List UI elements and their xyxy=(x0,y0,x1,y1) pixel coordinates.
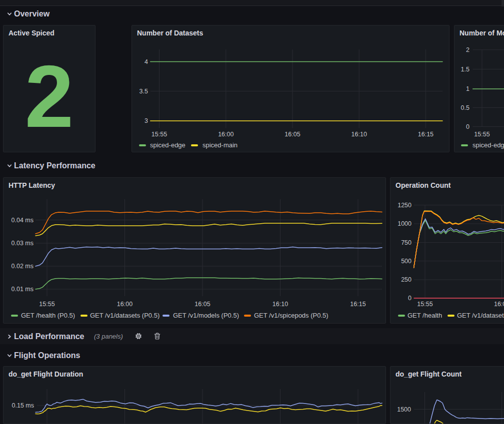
svg-text:16:05: 16:05 xyxy=(194,301,210,308)
svg-text:0.02 ms: 0.02 ms xyxy=(12,263,34,270)
svg-text:16:10: 16:10 xyxy=(272,301,288,308)
svg-text:15:55: 15:55 xyxy=(417,301,432,308)
svg-text:2: 2 xyxy=(466,46,470,53)
svg-text:GET /health: GET /health xyxy=(408,312,442,319)
svg-text:16:10: 16:10 xyxy=(352,131,367,138)
svg-text:GET /v1/datasets: GET /v1/datasets xyxy=(457,312,504,319)
svg-text:GET /v1/datasets (P0.5): GET /v1/datasets (P0.5) xyxy=(90,312,160,319)
svg-text:500: 500 xyxy=(401,258,412,265)
svg-text:3.5: 3.5 xyxy=(140,88,148,95)
svg-text:16:15: 16:15 xyxy=(418,131,434,138)
svg-text:1: 1 xyxy=(466,85,470,92)
svg-text:15:55: 15:55 xyxy=(39,301,54,308)
svg-text:0.04 ms: 0.04 ms xyxy=(12,217,34,224)
svg-text:0.15 ms: 0.15 ms xyxy=(12,402,34,409)
svg-text:GET /health (P0.5): GET /health (P0.5) xyxy=(21,312,75,319)
svg-text:15:55: 15:55 xyxy=(474,131,490,138)
svg-text:250: 250 xyxy=(401,276,412,283)
svg-text:16:00: 16:00 xyxy=(117,301,132,308)
svg-text:3: 3 xyxy=(144,117,148,124)
svg-text:0.03 ms: 0.03 ms xyxy=(12,240,34,247)
svg-text:750: 750 xyxy=(401,239,412,246)
svg-text:spiced-edge: spiced-edge xyxy=(472,141,504,149)
svg-text:spiced-edge: spiced-edge xyxy=(150,141,186,149)
svg-text:1500: 1500 xyxy=(397,406,411,413)
svg-text:1250: 1250 xyxy=(398,202,412,209)
svg-text:16:00: 16:00 xyxy=(494,301,504,308)
svg-text:0.01 ms: 0.01 ms xyxy=(12,286,34,293)
svg-text:0.5: 0.5 xyxy=(461,104,470,111)
svg-text:16:00: 16:00 xyxy=(218,131,234,138)
svg-text:0: 0 xyxy=(466,123,470,130)
svg-text:16:15: 16:15 xyxy=(350,301,366,308)
svg-text:4: 4 xyxy=(144,58,148,65)
svg-text:spiced-main: spiced-main xyxy=(202,141,238,149)
svg-text:0: 0 xyxy=(408,295,412,302)
svg-text:GET /v1/spicepods (P0.5): GET /v1/spicepods (P0.5) xyxy=(254,312,328,319)
svg-text:GET /v1/models (P0.5): GET /v1/models (P0.5) xyxy=(173,312,239,319)
svg-text:1000: 1000 xyxy=(398,220,412,227)
svg-text:1.5: 1.5 xyxy=(461,66,470,73)
svg-text:16:05: 16:05 xyxy=(284,131,300,138)
svg-text:15:55: 15:55 xyxy=(152,131,167,138)
